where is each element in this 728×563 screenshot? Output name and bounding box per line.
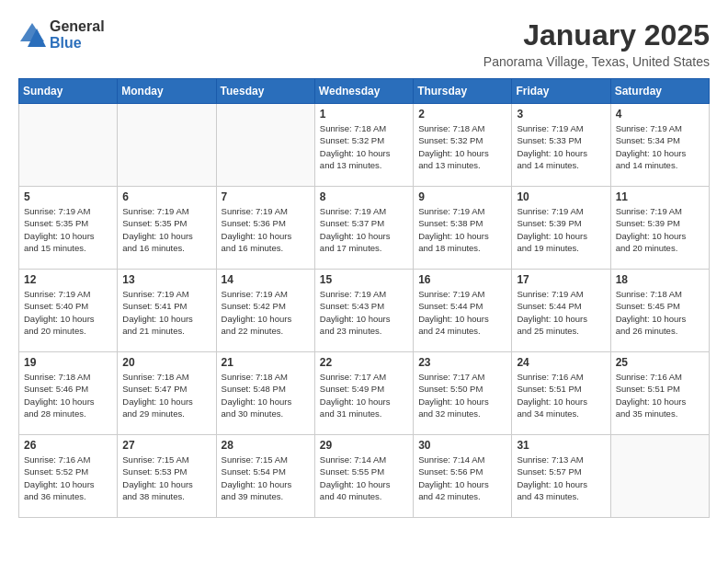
day-info: Sunrise: 7:17 AM Sunset: 5:50 PM Dayligh… (418, 371, 506, 419)
title-area: January 2025 Panorama Village, Texas, Un… (483, 18, 710, 69)
calendar-table: SundayMondayTuesdayWednesdayThursdayFrid… (18, 78, 710, 518)
day-info: Sunrise: 7:19 AM Sunset: 5:44 PM Dayligh… (418, 288, 506, 337)
weekday-header-sunday: Sunday (19, 79, 118, 104)
day-number: 16 (418, 273, 506, 286)
day-info: Sunrise: 7:18 AM Sunset: 5:47 PM Dayligh… (122, 371, 210, 419)
day-number: 5 (24, 190, 112, 203)
day-info: Sunrise: 7:18 AM Sunset: 5:32 PM Dayligh… (320, 122, 408, 171)
day-info: Sunrise: 7:16 AM Sunset: 5:51 PM Dayligh… (517, 371, 605, 419)
day-number: 4 (616, 108, 704, 121)
calendar-cell: 1Sunrise: 7:18 AM Sunset: 5:32 PM Daylig… (314, 104, 413, 187)
calendar-cell: 11Sunrise: 7:19 AM Sunset: 5:39 PM Dayli… (610, 187, 709, 270)
week-row-4: 19Sunrise: 7:18 AM Sunset: 5:46 PM Dayli… (19, 352, 710, 435)
logo-general-text: General (50, 18, 105, 35)
week-row-2: 5Sunrise: 7:19 AM Sunset: 5:35 PM Daylig… (19, 187, 710, 270)
calendar-cell: 7Sunrise: 7:19 AM Sunset: 5:36 PM Daylig… (216, 187, 314, 270)
day-info: Sunrise: 7:13 AM Sunset: 5:57 PM Dayligh… (517, 454, 605, 502)
calendar-cell: 8Sunrise: 7:19 AM Sunset: 5:37 PM Daylig… (314, 187, 413, 270)
calendar-cell: 14Sunrise: 7:19 AM Sunset: 5:42 PM Dayli… (216, 270, 314, 352)
day-info: Sunrise: 7:19 AM Sunset: 5:41 PM Dayligh… (122, 288, 210, 337)
calendar-cell: 2Sunrise: 7:18 AM Sunset: 5:32 PM Daylig… (414, 104, 512, 187)
week-row-1: 1Sunrise: 7:18 AM Sunset: 5:32 PM Daylig… (19, 104, 710, 187)
calendar-cell (216, 104, 314, 187)
day-number: 9 (418, 190, 506, 203)
weekday-header-row: SundayMondayTuesdayWednesdayThursdayFrid… (19, 79, 710, 104)
day-number: 17 (517, 273, 605, 286)
day-info: Sunrise: 7:16 AM Sunset: 5:52 PM Dayligh… (24, 454, 112, 502)
day-info: Sunrise: 7:18 AM Sunset: 5:46 PM Dayligh… (24, 371, 112, 419)
calendar-cell: 28Sunrise: 7:15 AM Sunset: 5:54 PM Dayli… (216, 435, 314, 518)
calendar-cell: 9Sunrise: 7:19 AM Sunset: 5:38 PM Daylig… (414, 187, 512, 270)
day-info: Sunrise: 7:16 AM Sunset: 5:51 PM Dayligh… (616, 371, 704, 419)
day-number: 11 (616, 190, 704, 203)
day-number: 8 (320, 190, 408, 203)
day-number: 30 (418, 439, 506, 452)
day-number: 20 (122, 356, 210, 369)
day-number: 15 (320, 273, 408, 286)
day-info: Sunrise: 7:19 AM Sunset: 5:35 PM Dayligh… (122, 205, 210, 254)
day-number: 28 (222, 439, 310, 452)
day-info: Sunrise: 7:19 AM Sunset: 5:34 PM Dayligh… (616, 122, 704, 171)
calendar-cell: 4Sunrise: 7:19 AM Sunset: 5:34 PM Daylig… (610, 104, 709, 187)
day-number: 12 (24, 273, 112, 286)
day-number: 1 (320, 108, 408, 121)
logo: General Blue (18, 18, 105, 51)
week-row-5: 26Sunrise: 7:16 AM Sunset: 5:52 PM Dayli… (19, 435, 710, 518)
weekday-header-friday: Friday (512, 79, 610, 104)
calendar-cell: 16Sunrise: 7:19 AM Sunset: 5:44 PM Dayli… (414, 270, 512, 352)
calendar-cell: 12Sunrise: 7:19 AM Sunset: 5:40 PM Dayli… (19, 270, 118, 352)
day-number: 6 (122, 190, 210, 203)
day-info: Sunrise: 7:19 AM Sunset: 5:39 PM Dayligh… (616, 205, 704, 254)
calendar-cell (118, 104, 216, 187)
calendar-cell: 23Sunrise: 7:17 AM Sunset: 5:50 PM Dayli… (414, 352, 512, 435)
day-info: Sunrise: 7:19 AM Sunset: 5:39 PM Dayligh… (517, 205, 605, 254)
location-title: Panorama Village, Texas, United States (483, 54, 710, 69)
day-number: 25 (616, 356, 704, 369)
calendar-cell: 24Sunrise: 7:16 AM Sunset: 5:51 PM Dayli… (512, 352, 610, 435)
day-number: 26 (24, 439, 112, 452)
calendar-cell: 25Sunrise: 7:16 AM Sunset: 5:51 PM Dayli… (610, 352, 709, 435)
month-title: January 2025 (483, 18, 710, 52)
calendar-cell: 15Sunrise: 7:19 AM Sunset: 5:43 PM Dayli… (314, 270, 413, 352)
day-number: 27 (122, 439, 210, 452)
calendar-cell: 10Sunrise: 7:19 AM Sunset: 5:39 PM Dayli… (512, 187, 610, 270)
day-number: 7 (222, 190, 310, 203)
calendar-cell: 6Sunrise: 7:19 AM Sunset: 5:35 PM Daylig… (118, 187, 216, 270)
calendar-cell: 21Sunrise: 7:18 AM Sunset: 5:48 PM Dayli… (216, 352, 314, 435)
day-info: Sunrise: 7:19 AM Sunset: 5:40 PM Dayligh… (24, 288, 112, 337)
calendar-cell: 22Sunrise: 7:17 AM Sunset: 5:49 PM Dayli… (314, 352, 413, 435)
calendar-cell (19, 104, 118, 187)
calendar-cell: 26Sunrise: 7:16 AM Sunset: 5:52 PM Dayli… (19, 435, 118, 518)
day-info: Sunrise: 7:19 AM Sunset: 5:44 PM Dayligh… (517, 288, 605, 337)
day-info: Sunrise: 7:18 AM Sunset: 5:32 PM Dayligh… (418, 122, 506, 171)
day-info: Sunrise: 7:17 AM Sunset: 5:49 PM Dayligh… (320, 371, 408, 419)
day-number: 19 (24, 356, 112, 369)
calendar-cell: 3Sunrise: 7:19 AM Sunset: 5:33 PM Daylig… (512, 104, 610, 187)
day-number: 23 (418, 356, 506, 369)
day-number: 31 (517, 439, 605, 452)
week-row-3: 12Sunrise: 7:19 AM Sunset: 5:40 PM Dayli… (19, 270, 710, 352)
logo-blue-text: Blue (50, 35, 105, 52)
day-number: 18 (616, 273, 704, 286)
day-number: 29 (320, 439, 408, 452)
page-header: General Blue January 2025 Panorama Villa… (18, 18, 710, 69)
day-info: Sunrise: 7:18 AM Sunset: 5:45 PM Dayligh… (616, 288, 704, 337)
day-info: Sunrise: 7:19 AM Sunset: 5:33 PM Dayligh… (517, 122, 605, 171)
day-info: Sunrise: 7:19 AM Sunset: 5:43 PM Dayligh… (320, 288, 408, 337)
day-info: Sunrise: 7:19 AM Sunset: 5:42 PM Dayligh… (222, 288, 310, 337)
day-info: Sunrise: 7:15 AM Sunset: 5:54 PM Dayligh… (222, 454, 310, 502)
calendar-cell: 29Sunrise: 7:14 AM Sunset: 5:55 PM Dayli… (314, 435, 413, 518)
day-info: Sunrise: 7:14 AM Sunset: 5:56 PM Dayligh… (418, 454, 506, 502)
calendar-cell: 18Sunrise: 7:18 AM Sunset: 5:45 PM Dayli… (610, 270, 709, 352)
weekday-header-thursday: Thursday (414, 79, 512, 104)
logo-text: General Blue (50, 18, 105, 51)
logo-icon (18, 21, 46, 49)
calendar-cell: 17Sunrise: 7:19 AM Sunset: 5:44 PM Dayli… (512, 270, 610, 352)
day-info: Sunrise: 7:19 AM Sunset: 5:36 PM Dayligh… (222, 205, 310, 254)
day-info: Sunrise: 7:19 AM Sunset: 5:35 PM Dayligh… (24, 205, 112, 254)
day-number: 2 (418, 108, 506, 121)
weekday-header-wednesday: Wednesday (314, 79, 413, 104)
day-info: Sunrise: 7:18 AM Sunset: 5:48 PM Dayligh… (222, 371, 310, 419)
day-number: 3 (517, 108, 605, 121)
weekday-header-tuesday: Tuesday (216, 79, 314, 104)
